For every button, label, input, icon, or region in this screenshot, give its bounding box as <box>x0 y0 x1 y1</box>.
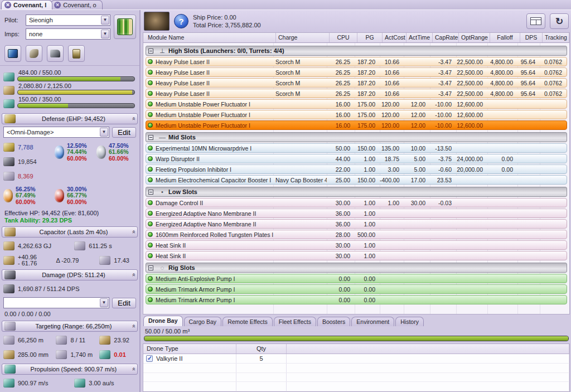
module-row[interactable]: Heavy Pulse Laser IIScorch M26.25187.201… <box>146 57 567 66</box>
chevron-down-icon[interactable]: ▼ <box>100 128 108 137</box>
column-header-falloff[interactable]: Falloff <box>490 33 520 42</box>
module-row[interactable]: Heavy Pulse Laser IIScorch M26.25187.201… <box>146 89 567 98</box>
collapse-box-icon[interactable] <box>148 190 153 195</box>
online-led-icon[interactable] <box>148 167 153 172</box>
collapse-icon[interactable]: » <box>130 273 137 277</box>
module-row[interactable]: Heavy Pulse Laser IIScorch M26.25187.201… <box>146 67 567 77</box>
damage-edit-button[interactable]: Edit <box>112 298 136 308</box>
tab-drone-bay[interactable]: Drone Bay <box>143 316 183 326</box>
chevron-down-icon[interactable]: ▼ <box>100 298 108 307</box>
module-row[interactable]: Medium Unstable Power Fluctuator I16.001… <box>146 110 567 119</box>
column-header-actcost[interactable]: ActCost <box>383 33 407 42</box>
module-row[interactable]: Heat Sink II30.001.00 <box>146 251 567 260</box>
online-led-icon[interactable] <box>148 177 153 182</box>
turret-button[interactable] <box>47 45 64 62</box>
online-led-icon[interactable] <box>148 156 153 161</box>
ship-browser-button[interactable] <box>4 45 21 62</box>
module-row[interactable]: Medium Unstable Power Fluctuator I16.001… <box>146 99 567 109</box>
collapse-box-icon[interactable] <box>148 49 153 54</box>
document-tab[interactable]: ✕Covenant, o <box>51 0 102 9</box>
online-led-icon[interactable] <box>148 243 153 248</box>
online-led-icon[interactable] <box>148 59 153 64</box>
module-row[interactable]: Energized Adaptive Nano Membrane II36.00… <box>146 219 567 229</box>
defense-edit-button[interactable]: Edit <box>112 127 136 138</box>
drone-row[interactable]: Valkyrie II5 <box>143 354 569 364</box>
targeting-panel-header[interactable]: Targeting (Range: 66,250m) » <box>2 321 138 332</box>
column-header-qty[interactable]: Qty <box>236 344 287 354</box>
online-led-icon[interactable] <box>148 297 153 302</box>
online-led-icon[interactable] <box>148 91 153 96</box>
module-row[interactable]: Heavy Pulse Laser IIScorch M26.25187.201… <box>146 78 567 88</box>
defense-panel-header[interactable]: Defense (EHP: 94,452) » <box>2 113 138 124</box>
close-icon[interactable]: ✕ <box>4 2 11 8</box>
column-header-pg[interactable]: PG <box>357 33 383 42</box>
tab-cargo-bay[interactable]: Cargo Bay <box>184 317 222 326</box>
online-led-icon[interactable] <box>148 146 153 151</box>
chevron-down-icon[interactable]: ▼ <box>101 30 109 38</box>
column-header-caprate[interactable]: CapRate <box>433 33 459 42</box>
online-led-icon[interactable] <box>148 101 153 107</box>
damage-panel-header[interactable]: Damage (DPS: 511.24) » <box>2 269 138 280</box>
close-icon[interactable]: ✕ <box>54 2 61 8</box>
module-row[interactable]: Energized Adaptive Nano Membrane II36.00… <box>146 209 567 218</box>
module-row[interactable]: Medium Unstable Power Fluctuator I16.001… <box>146 120 567 130</box>
section-header-high-slots[interactable]: ⊥High Slots (Launchers: 0/0, Turrets: 4/… <box>146 46 567 56</box>
section-header-mid-slots[interactable]: ––Mid Slots <box>146 132 567 142</box>
section-header-rig-slots[interactable]: ◌Rig Slots <box>146 263 567 273</box>
ship-thumbnail[interactable] <box>144 12 170 31</box>
tab-fleet-effects[interactable]: Fleet Effects <box>274 317 316 326</box>
online-led-icon[interactable] <box>148 123 153 128</box>
column-header-dps[interactable]: DPS <box>520 33 543 42</box>
module-row[interactable]: Medium Trimark Armor Pump I0.000.00 <box>146 295 567 304</box>
online-led-icon[interactable] <box>148 200 153 205</box>
column-header-acttime[interactable]: ActTime <box>407 33 433 42</box>
collapse-icon[interactable]: » <box>130 325 137 328</box>
column-header-module-name[interactable]: Module Name <box>143 33 276 42</box>
online-led-icon[interactable] <box>148 211 153 216</box>
module-row[interactable]: Medium Electrochemical Capacitor Booster… <box>146 175 567 185</box>
columns-button[interactable] <box>526 13 545 29</box>
tab-environment[interactable]: Environment <box>351 317 394 326</box>
online-led-icon[interactable] <box>148 112 153 117</box>
chevron-down-icon[interactable]: ▼ <box>101 16 109 25</box>
online-led-icon[interactable] <box>148 287 153 292</box>
module-row[interactable]: Fleeting Propulsion Inhibitor I22.001.00… <box>146 164 567 174</box>
capacitor-panel-header[interactable]: Capacitor (Lasts 2m 40s) » <box>2 226 138 238</box>
help-icon[interactable]: ? <box>174 14 188 28</box>
online-led-icon[interactable] <box>148 221 153 226</box>
module-row[interactable]: Medium Anti-Explosive Pump I0.000.00 <box>146 274 567 283</box>
pilot-select[interactable]: Sieonigh ▼ <box>26 14 110 26</box>
collapse-icon[interactable]: » <box>130 367 137 371</box>
column-header-optrange[interactable]: OptRange <box>459 33 490 42</box>
online-led-icon[interactable] <box>148 70 153 75</box>
column-header-tracking[interactable]: Tracking <box>543 33 569 42</box>
online-led-icon[interactable] <box>148 80 153 85</box>
collapse-box-icon[interactable] <box>148 265 153 270</box>
online-led-icon[interactable] <box>148 232 153 237</box>
implants-select[interactable]: none ▼ <box>26 28 110 40</box>
column-header-charge[interactable]: Charge <box>276 33 330 42</box>
tab-boosters[interactable]: Boosters <box>317 317 350 326</box>
module-row[interactable]: Damage Control II30.001.001.0030.00-0.03 <box>146 198 567 207</box>
tab-history[interactable]: History <box>395 317 424 326</box>
character-button[interactable] <box>26 45 42 62</box>
tab-remote-effects[interactable]: Remote Effects <box>222 317 273 326</box>
module-row[interactable]: Warp Disruptor II44.001.0018.755.00-3.75… <box>146 154 567 163</box>
collapse-box-icon[interactable] <box>148 135 153 140</box>
column-header-drone-type[interactable]: Drone Type <box>143 344 236 354</box>
implant-button[interactable] <box>68 45 85 62</box>
online-led-icon[interactable] <box>148 276 153 281</box>
online-led-icon[interactable] <box>148 253 153 258</box>
collapse-icon[interactable]: » <box>130 117 137 120</box>
character-sheet-button[interactable] <box>114 14 136 39</box>
section-header-low-slots[interactable]: •Low Slots <box>146 187 567 197</box>
refresh-button[interactable]: ↻ <box>550 13 569 29</box>
module-row[interactable]: Heat Sink II30.001.00 <box>146 240 567 250</box>
module-row[interactable]: 1600mm Reinforced Rolled Tungsten Plates… <box>146 230 567 239</box>
collapse-icon[interactable]: » <box>130 230 137 234</box>
module-row[interactable]: Medium Trimark Armor Pump I0.000.00 <box>146 284 567 294</box>
target-profile-select[interactable]: ▼ <box>3 297 109 308</box>
column-header-cpu[interactable]: CPU <box>330 33 357 42</box>
damage-profile-select[interactable]: <Omni-Damage> ▼ <box>3 127 109 138</box>
propulsion-panel-header[interactable]: Propulsion (Speed: 900.97 m/s) » <box>2 364 138 375</box>
